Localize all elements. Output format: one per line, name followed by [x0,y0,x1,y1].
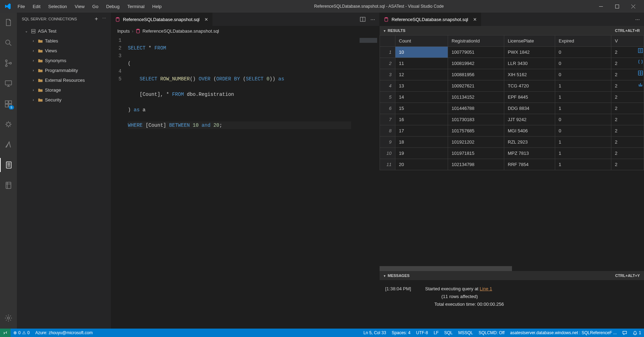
tree-item-security[interactable]: ›Security [17,95,111,105]
cell[interactable]: EPF 8445 [504,92,555,103]
cell[interactable]: RRF 7854 [504,159,555,170]
table-row[interactable]: 211100819942LLR 343002 [380,58,644,69]
tab-sql-file[interactable]: ReferenceSQLDatabase.snapshot.sql ✕ [111,13,213,26]
column-header-count[interactable]: Count [395,35,448,47]
cell[interactable]: PWX 1842 [504,47,555,58]
chart-icon[interactable] [638,81,643,87]
code-editor[interactable]: 1 2 3 4 5 SELECT * FROM ( SELECT ROW_NUM… [111,36,379,329]
azure-icon[interactable] [0,138,17,152]
menu-terminal[interactable]: Terminal [124,2,148,11]
row-number[interactable]: 9 [380,137,395,148]
table-row[interactable]: 716101730183JJT 924202 [380,114,644,125]
tree-item-programmability[interactable]: ›Programmability [17,66,111,75]
cell[interactable]: 2 [611,137,644,148]
table-row[interactable]: 514101134152EPF 844512 [380,92,644,103]
search-icon[interactable] [0,36,17,50]
minimize-button[interactable] [593,0,609,13]
cell[interactable]: 12 [395,69,448,80]
table-row[interactable]: 918101921202RZL 292312 [380,137,644,148]
row-number[interactable]: 6 [380,103,395,114]
close-tab-icon[interactable]: ✕ [204,17,208,22]
sqlcmd-status[interactable]: SQLCMD: Off [476,330,507,335]
cell[interactable]: 1 [555,92,611,103]
debug-icon[interactable] [0,117,17,131]
save-csv-icon[interactable] [638,48,643,53]
encoding-status[interactable]: UTF-8 [413,330,431,335]
add-connection-icon[interactable]: + [95,16,98,22]
cell[interactable]: 2 [611,114,644,125]
mssql-status[interactable]: MSSQL [455,330,476,335]
menu-selection[interactable]: Selection [45,2,70,11]
tree-item-storage[interactable]: ›Storage [17,85,111,95]
maximize-button[interactable] [609,0,625,13]
messages-header[interactable]: ▾MESSAGES CTRL+ALT+Y [380,271,644,280]
cell[interactable]: JJT 9242 [504,114,555,125]
notebook-icon[interactable] [0,178,17,192]
cell[interactable]: MPZ 7813 [504,148,555,159]
row-number[interactable]: 7 [380,114,395,125]
menu-help[interactable]: Help [149,2,165,11]
cell[interactable]: 13 [395,80,448,92]
cell[interactable]: 2 [611,159,644,170]
save-json-icon[interactable] [638,59,643,65]
row-number[interactable]: 4 [380,80,395,92]
save-excel-icon[interactable] [638,70,643,76]
row-number[interactable]: 11 [380,159,395,170]
cell[interactable]: 102134798 [448,159,504,170]
cell[interactable]: 16 [395,114,448,125]
cell[interactable]: 2 [611,92,644,103]
menu-file[interactable]: File [14,2,28,11]
cell[interactable]: 1 [555,159,611,170]
table-row[interactable]: 312100881956XIH 516202 [380,69,644,80]
horizontal-scrollbar[interactable] [380,266,644,271]
cell[interactable]: 15 [395,103,448,114]
cell[interactable]: DDG 8834 [504,103,555,114]
column-header-registrationid[interactable]: RegistrationId [448,35,504,47]
cell[interactable]: 101921202 [448,137,504,148]
eol-status[interactable]: LF [431,330,441,335]
cell[interactable]: 1 [555,137,611,148]
row-number[interactable]: 10 [380,148,395,159]
cell[interactable]: 10 [395,47,448,58]
breadcrumb-folder[interactable]: Inputs [117,28,130,34]
breadcrumb-file[interactable]: ReferenceSQLDatabase.snapshot.sql [143,28,219,34]
minimap[interactable] [351,36,379,329]
tree-root[interactable]: ⌄ ASA Test [17,26,111,36]
cell[interactable]: 101757685 [448,125,504,137]
cell[interactable]: 2 [611,103,644,114]
indentation-status[interactable]: Spaces: 4 [389,330,413,335]
row-number[interactable]: 2 [380,58,395,69]
cell[interactable]: 101134152 [448,92,504,103]
cell[interactable]: 100779051 [448,47,504,58]
table-row[interactable]: 1019101971815MPZ 781312 [380,148,644,159]
cell[interactable]: RZL 2923 [504,137,555,148]
row-number[interactable]: 8 [380,125,395,137]
results-header[interactable]: ▾RESULTS CTRL+ALT+R [380,26,644,35]
cell[interactable]: TCG 4720 [504,80,555,92]
row-number[interactable]: 3 [380,69,395,80]
code-lines[interactable]: SELECT * FROM ( SELECT ROW_NUMBER() OVER… [128,36,379,329]
cell[interactable]: 17 [395,125,448,137]
connection-status[interactable]: asatestserver.database.windows.net : SQL… [507,330,620,335]
column-header-licenseplate[interactable]: LicensePlate [504,35,555,47]
cell[interactable]: 20 [395,159,448,170]
menu-go[interactable]: Go [89,2,102,11]
column-header-v[interactable]: V [611,35,644,47]
sql-server-icon[interactable] [0,158,17,172]
remote-explorer-icon[interactable] [0,77,17,91]
row-number[interactable]: 5 [380,92,395,103]
cell[interactable]: 100927621 [448,80,504,92]
cell[interactable]: 101730183 [448,114,504,125]
extensions-icon[interactable]: 5 [0,97,17,111]
close-tab-icon[interactable]: ✕ [473,17,477,22]
cell[interactable]: 2 [611,125,644,137]
cell[interactable]: 0 [555,47,611,58]
more-results-icon[interactable]: ⋯ [635,17,640,22]
cell[interactable]: 1 [555,103,611,114]
line-link[interactable]: Line 1 [480,286,492,291]
table-row[interactable]: 413100927621TCG 472012 [380,80,644,92]
grid-corner[interactable] [380,35,395,47]
breadcrumb[interactable]: Inputs › ReferenceSQLDatabase.snapshot.s… [111,26,379,36]
cell[interactable]: 14 [395,92,448,103]
table-row[interactable]: 615101446788DDG 883412 [380,103,644,114]
